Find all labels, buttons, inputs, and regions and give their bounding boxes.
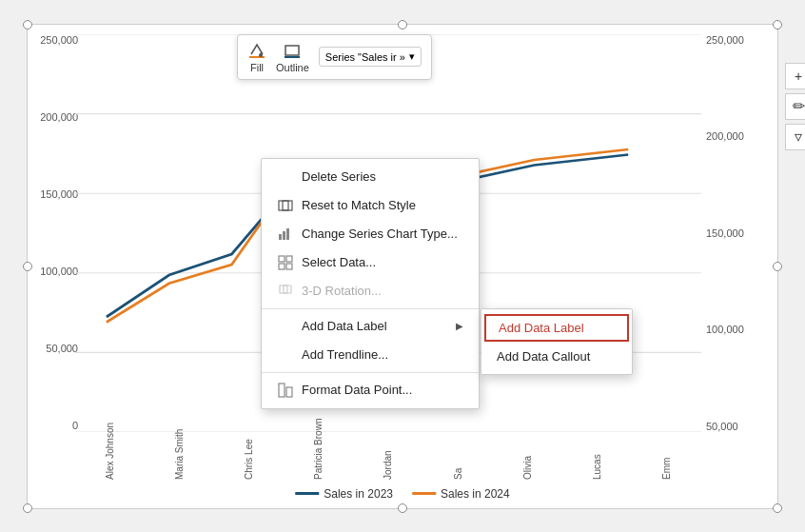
legend-item-2024: Sales in 2024 xyxy=(412,487,510,501)
change-chart-type-label: Change Series Chart Type... xyxy=(302,227,458,241)
x-label-8: Emm xyxy=(661,432,672,480)
svg-rect-10 xyxy=(285,56,300,58)
3d-rotation-icon xyxy=(277,283,294,300)
y-label-4: 50,000 xyxy=(46,343,78,354)
handle-bottom-left[interactable] xyxy=(23,503,32,513)
outline-button[interactable]: Outline xyxy=(276,41,309,73)
reset-style-icon xyxy=(277,197,294,214)
chart-legend: Sales in 2023 Sales in 2024 xyxy=(295,487,509,501)
chart-container: 250,000 200,000 150,000 100,000 50,000 0… xyxy=(27,24,778,509)
add-trendline-label: Add Trendline... xyxy=(302,347,388,362)
menu-separator-2 xyxy=(262,372,479,373)
svg-rect-22 xyxy=(279,384,285,397)
y-axis-right: 250,000 200,000 150,000 100,000 50,000 xyxy=(706,34,773,432)
y-right-label-3: 100,000 xyxy=(706,324,744,335)
x-label-5: Sa xyxy=(453,432,463,480)
fill-button[interactable]: Fill xyxy=(247,41,266,73)
handle-top-left[interactable] xyxy=(23,20,32,30)
handle-bottom-right[interactable] xyxy=(773,503,782,513)
delete-series-icon xyxy=(277,168,294,186)
submenu-add-data-callout[interactable]: Add Data Callout xyxy=(481,343,632,370)
svg-rect-13 xyxy=(279,234,282,240)
reset-style-label: Reset to Match Style xyxy=(302,198,416,212)
series-dropdown-label: Series "Sales ir » xyxy=(325,51,405,63)
svg-rect-11 xyxy=(279,201,288,210)
menu-item-format-data-point[interactable]: Format Data Point... xyxy=(262,376,479,404)
x-label-4: Jordan xyxy=(383,432,393,480)
delete-series-label: Delete Series xyxy=(302,169,376,184)
format-toolbar: Fill Outline Series "Sales ir » ▾ xyxy=(237,34,432,80)
svg-rect-14 xyxy=(283,231,285,240)
add-element-icon: + xyxy=(795,69,802,84)
svg-rect-19 xyxy=(286,264,292,269)
context-menu: Delete Series Reset to Match Style Chang… xyxy=(261,158,480,409)
x-label-2: Chris Lee xyxy=(244,432,254,480)
handle-mid-left[interactable] xyxy=(23,262,32,271)
format-data-point-icon xyxy=(277,382,294,399)
menu-item-3d-rotation: 3-D Rotation... xyxy=(262,277,479,305)
filter-button[interactable]: ▿ xyxy=(785,124,805,150)
svg-rect-12 xyxy=(283,201,292,210)
menu-item-reset-style[interactable]: Reset to Match Style xyxy=(262,191,479,220)
handle-top-right[interactable] xyxy=(773,20,782,30)
menu-item-change-chart-type[interactable]: Change Series Chart Type... xyxy=(262,220,479,248)
legend-line-2023 xyxy=(295,492,319,495)
y-right-label-0: 250,000 xyxy=(706,34,744,46)
x-axis: Alex Johnson Maria Smith Chris Lee Patri… xyxy=(75,432,701,480)
menu-item-delete-series[interactable]: Delete Series xyxy=(262,163,479,191)
y-axis-left: 250,000 200,000 150,000 100,000 50,000 0 xyxy=(32,34,78,432)
menu-item-add-trendline[interactable]: Add Trendline... xyxy=(262,341,479,369)
handle-mid-right[interactable] xyxy=(773,262,782,271)
svg-rect-9 xyxy=(285,46,299,55)
add-data-label-label: Add Data Label xyxy=(302,319,387,333)
legend-label-2023: Sales in 2023 xyxy=(324,487,393,501)
handle-bottom-mid[interactable] xyxy=(398,503,407,513)
menu-item-add-data-label[interactable]: Add Data Label ▶ Add Data Label Add Data… xyxy=(262,312,479,341)
y-right-label-1: 200,000 xyxy=(706,130,744,142)
y-right-label-2: 150,000 xyxy=(706,227,744,239)
menu-separator-1 xyxy=(262,308,479,309)
format-data-point-label: Format Data Point... xyxy=(302,383,412,397)
filter-icon: ▿ xyxy=(795,128,802,146)
change-chart-type-icon xyxy=(277,226,294,243)
add-data-label-icon xyxy=(277,318,294,335)
y-right-label-4: 50,000 xyxy=(706,421,738,432)
y-label-1: 200,000 xyxy=(40,111,78,123)
legend-item-2023: Sales in 2023 xyxy=(295,487,393,501)
add-element-button[interactable]: + xyxy=(785,63,805,89)
svg-rect-8 xyxy=(249,56,265,58)
fill-label: Fill xyxy=(250,62,264,73)
legend-label-2024: Sales in 2024 xyxy=(441,487,510,501)
svg-rect-16 xyxy=(279,256,285,262)
svg-rect-18 xyxy=(279,264,285,269)
menu-item-select-data[interactable]: Select Data... xyxy=(262,248,479,277)
svg-rect-23 xyxy=(286,387,292,397)
handle-top-mid[interactable] xyxy=(398,20,407,30)
submenu: Add Data Label Add Data Callout xyxy=(481,308,633,375)
style-icon: ✏ xyxy=(793,97,805,115)
y-label-2: 150,000 xyxy=(40,188,78,200)
submenu-add-data-label[interactable]: Add Data Label xyxy=(484,314,629,342)
x-label-6: Olivia xyxy=(522,432,533,480)
y-label-3: 100,000 xyxy=(40,266,78,277)
dropdown-arrow-icon: ▾ xyxy=(409,50,415,63)
outline-label: Outline xyxy=(276,62,309,73)
submenu-add-data-label-text: Add Data Label xyxy=(499,321,584,335)
select-data-icon xyxy=(277,254,294,271)
x-label-3: Patricia Brown xyxy=(313,432,324,480)
x-label-0: Alex Johnson xyxy=(105,432,115,480)
y-label-0: 250,000 xyxy=(40,34,78,46)
submenu-arrow-icon: ▶ xyxy=(456,321,463,331)
svg-rect-15 xyxy=(286,228,289,240)
legend-line-2024 xyxy=(412,492,436,495)
series-dropdown[interactable]: Series "Sales ir » ▾ xyxy=(319,47,422,67)
x-label-1: Maria Smith xyxy=(174,432,185,480)
select-data-label: Select Data... xyxy=(302,255,376,269)
side-buttons: + ✏ ▿ xyxy=(785,63,805,150)
add-trendline-icon xyxy=(277,346,294,364)
svg-rect-17 xyxy=(286,256,292,262)
3d-rotation-label: 3-D Rotation... xyxy=(302,284,382,298)
submenu-add-data-callout-text: Add Data Callout xyxy=(497,349,590,364)
style-button[interactable]: ✏ xyxy=(785,93,805,120)
x-label-7: Lucas xyxy=(592,432,602,480)
